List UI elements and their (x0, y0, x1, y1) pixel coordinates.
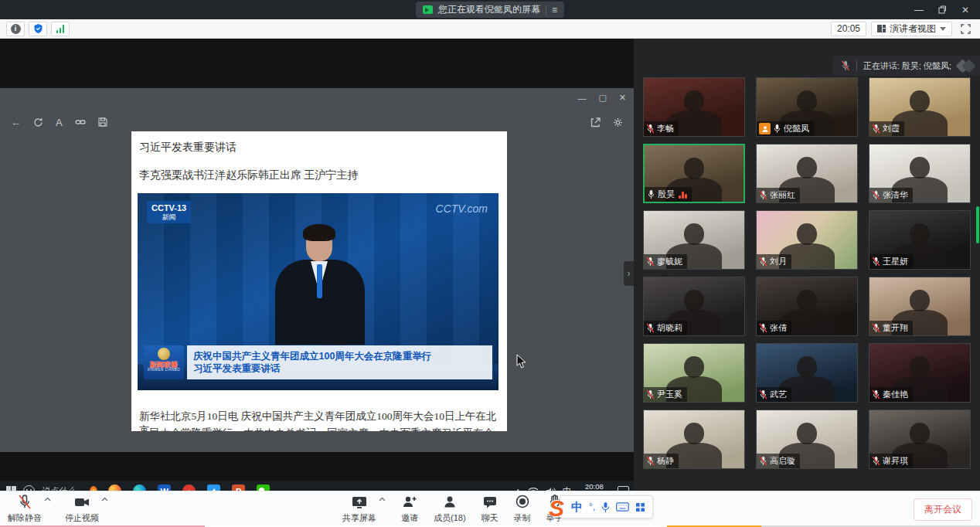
video-tile[interactable]: 王星妍 (869, 210, 971, 270)
video-tile[interactable]: 倪懿凤 (756, 77, 858, 137)
ime-punctuation[interactable]: °, (589, 502, 595, 512)
share-screen-button[interactable]: 共享屏幕 (342, 494, 386, 524)
video-tile[interactable]: 廖毓妮 (643, 210, 745, 270)
panel-collapse-arrow[interactable]: › (624, 261, 634, 286)
mic-status-icon (759, 456, 767, 466)
mic-status-icon (773, 124, 781, 134)
video-tile[interactable]: 张清华 (869, 144, 971, 203)
video-tile[interactable]: 刘月 (756, 210, 858, 270)
security-shield-icon[interactable] (29, 22, 47, 36)
refresh-icon[interactable] (33, 117, 43, 128)
link-icon[interactable] (75, 118, 86, 126)
ime-keyboard-icon[interactable] (616, 502, 629, 512)
fullscreen-button[interactable] (957, 22, 974, 36)
restore-button[interactable] (931, 0, 954, 19)
music-app-icon[interactable]: ♪ (182, 484, 196, 491)
font-icon[interactable]: A (56, 117, 63, 128)
members-icon (441, 494, 458, 511)
mouse-cursor (516, 354, 527, 372)
video-tile[interactable]: 张丽红 (756, 144, 858, 203)
participant-nameplate: 廖毓妮 (644, 254, 687, 269)
say-something-box[interactable]: 说点什么... (41, 485, 82, 491)
video-tile[interactable]: 董开翔 (869, 277, 971, 336)
stop-video-button[interactable]: 停止视频 (65, 494, 108, 524)
news-broadcast-image: CCTV-13 新闻 CCTV.com 新闻联播 XINWEN LIANBO (138, 193, 499, 390)
view-mode-button[interactable]: 演讲者视图 (871, 22, 952, 36)
chat-button[interactable]: 聊天 (481, 494, 499, 524)
video-tile[interactable]: 秦佳艳 (869, 343, 971, 403)
network-signal-icon[interactable] (51, 22, 70, 36)
participant-name: 廖毓妮 (657, 256, 682, 267)
mic-status-icon (646, 456, 655, 466)
video-tile[interactable]: 谢昇琪 (869, 410, 971, 469)
video-tile[interactable]: 高启璇 (756, 410, 858, 469)
video-tile[interactable]: 殷昊 (643, 144, 745, 203)
participant-nameplate: 倪懿凤 (757, 121, 814, 136)
share-menu-icon[interactable]: ≡ (552, 5, 557, 15)
ime-indicator[interactable]: 中 (563, 485, 571, 491)
participant-nameplate: 刘霞 (869, 121, 904, 136)
meeting-window: 您正在观看倪懿凤的屏幕 ≡ — ✕ i 20:05 演讲者视 (0, 0, 980, 527)
mic-status-icon (872, 323, 880, 333)
chevron-up-icon[interactable] (101, 497, 108, 502)
close-button[interactable]: ✕ (954, 0, 977, 19)
meeting-app-logo (958, 61, 974, 71)
host-badge-icon (759, 123, 771, 134)
doc-minimize-icon[interactable]: — (577, 94, 586, 103)
back-icon[interactable]: ← (11, 117, 21, 128)
share-status-pill[interactable]: 您正在观看倪懿凤的屏幕 ≡ (416, 2, 564, 18)
firefox-icon[interactable] (108, 484, 121, 491)
export-icon[interactable] (590, 117, 601, 128)
invite-person-icon (401, 494, 418, 511)
participant-name: 胡晓莉 (657, 322, 682, 334)
emoji-icon[interactable] (23, 485, 35, 491)
edge-icon[interactable] (133, 484, 146, 491)
participant-nameplate: 张倩 (757, 321, 791, 335)
video-tile[interactable]: 李畅 (643, 77, 745, 137)
share-screen-icon (351, 494, 368, 511)
word-icon[interactable]: W (158, 484, 171, 491)
members-button[interactable]: 成员(18) (434, 494, 466, 524)
record-button[interactable]: 录制 (514, 494, 531, 524)
scrollbar-thumb[interactable] (976, 206, 979, 243)
unmute-button[interactable]: 解除静音 (8, 494, 51, 524)
active-speaker-banner: 正在讲话: 殷昊; 倪懿凤; (833, 56, 980, 76)
video-tile[interactable]: 胡晓莉 (643, 277, 745, 336)
participant-nameplate: 李畅 (644, 121, 679, 136)
doc-maximize-icon[interactable]: ▢ (598, 93, 606, 103)
blue-app-icon[interactable] (207, 484, 220, 491)
speaker-banner-text: 正在讲话: 殷昊; 倪懿凤; (863, 60, 951, 72)
ime-chinese-mode[interactable]: 中 (571, 500, 583, 515)
video-tile[interactable]: 刘霞 (869, 77, 971, 137)
mic-status-icon (872, 456, 880, 466)
minimize-button[interactable]: — (907, 0, 931, 19)
participant-nameplate: 王星妍 (869, 254, 913, 269)
taskbar-clock[interactable]: 20:08 2022/5/15 (578, 482, 611, 491)
participant-nameplate: 刘月 (757, 254, 791, 269)
participant-name: 谢昇琪 (883, 455, 908, 467)
wechat-icon[interactable] (257, 484, 270, 491)
powerpoint-icon[interactable]: P (232, 484, 245, 491)
ime-toolbar[interactable]: S 中 °, (549, 495, 653, 518)
video-tile[interactable]: 张倩 (756, 277, 858, 336)
meeting-clock: 20:05 (831, 22, 866, 36)
chevron-up-icon[interactable] (379, 497, 386, 502)
ime-voice-icon[interactable] (601, 502, 610, 513)
globe-icon (158, 348, 170, 360)
video-tile[interactable]: 杨静 (643, 410, 745, 469)
leave-meeting-button[interactable]: 离开会议 (914, 498, 972, 521)
save-icon[interactable] (98, 117, 107, 127)
meeting-info-button[interactable]: i (6, 22, 25, 36)
xinwenlianbo-logo: 新闻联播 XINWEN LIANBO (144, 345, 184, 379)
participant-name: 王星妍 (883, 256, 908, 267)
participant-nameplate: 张清华 (869, 188, 913, 202)
settings-gear-icon[interactable] (613, 117, 623, 128)
doc-close-icon[interactable]: ✕ (619, 93, 626, 103)
ime-grid-icon[interactable] (635, 502, 645, 512)
document-page[interactable]: 习近平发表重要讲话 李克强栗战书汪洋赵乐际韩正出席 王沪宁主持 CCTV-13 … (131, 131, 507, 431)
video-tile[interactable]: 尹玉奚 (643, 343, 745, 403)
invite-button[interactable]: 邀请 (401, 494, 418, 524)
chevron-up-icon[interactable] (44, 497, 51, 502)
shared-document-window: — ▢ ✕ ← A (0, 88, 634, 452)
video-tile[interactable]: 武艺 (756, 343, 858, 403)
